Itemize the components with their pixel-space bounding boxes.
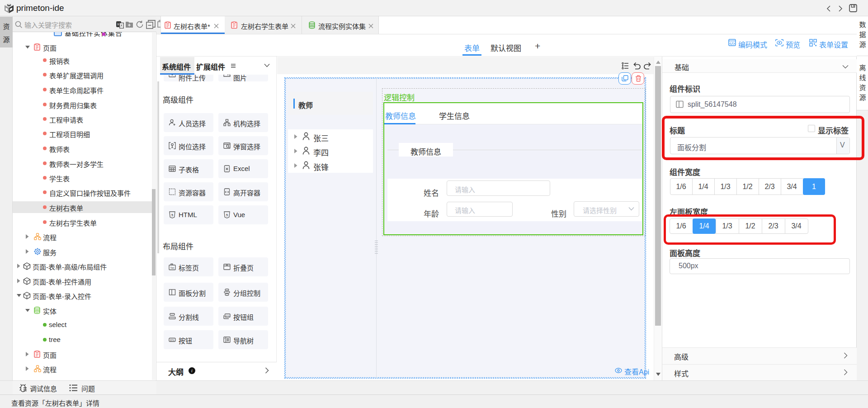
svg-text:BTN: BTN xyxy=(226,315,230,317)
svg-text:5: 5 xyxy=(171,213,173,217)
svg-text:5: 5 xyxy=(226,213,228,217)
svg-text:BTN: BTN xyxy=(170,339,174,342)
svg-text:Tab: Tab xyxy=(170,266,175,269)
